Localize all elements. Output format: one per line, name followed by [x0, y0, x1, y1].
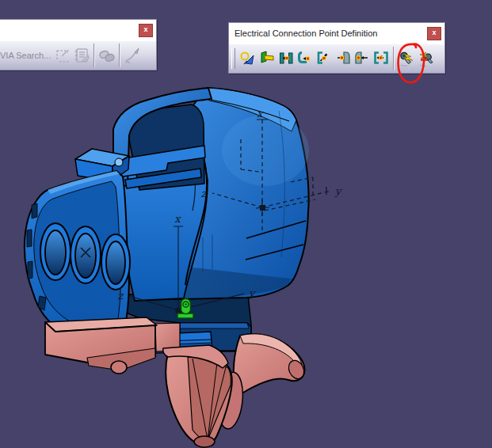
double-bracket-connection-point-icon[interactable] [372, 48, 391, 69]
connection-point-icon[interactable] [238, 48, 257, 69]
clamp-connection-icon[interactable] [257, 48, 277, 69]
search-toolbar-titlebar[interactable]: x [0, 20, 156, 40]
pointer-arrow-icon[interactable] [123, 45, 142, 66]
connector-housing[interactable] [25, 88, 309, 354]
search-toolbar-window: x VIA Search... [0, 19, 157, 70]
search-input[interactable]: VIA Search... [0, 51, 53, 60]
remove-connection-point-icon[interactable] [416, 48, 435, 69]
separator [119, 44, 120, 67]
link-chain-icon[interactable] [97, 45, 116, 66]
ecp-toolbar-window: Electrical Connection Point Definition x [228, 22, 445, 74]
hook-connection-point-icon[interactable] [296, 48, 315, 69]
lower-axis-z-label: z [118, 290, 124, 302]
upper-axis-z-label: z [201, 188, 208, 199]
ecp-toolbar-close-button[interactable]: x [427, 27, 441, 40]
ecp-toolbar-title: Electrical Connection Point Definition [235, 28, 377, 38]
screen: x y z x y z x VI [0, 0, 492, 448]
update-sketch-icon[interactable] [53, 45, 72, 66]
separator [393, 47, 395, 70]
search-toolbar-close-button[interactable]: x [139, 24, 153, 37]
ecp-toolbar-titlebar[interactable]: Electrical Connection Point Definition x [229, 23, 444, 44]
upper-axis-y-label: y [334, 185, 342, 197]
bracket-connection-point-icon[interactable] [315, 48, 334, 69]
pad-connection-point-icon[interactable] [334, 48, 353, 69]
catalog-book-icon[interactable] [72, 45, 91, 66]
bar-connection-point-icon[interactable] [277, 48, 296, 69]
search-toolbar-body: VIA Search... [0, 40, 156, 70]
ecp-toolbar-body [229, 44, 444, 73]
define-connection-point-icon[interactable] [397, 48, 416, 69]
separator [93, 44, 95, 67]
toolbar-grip[interactable] [231, 48, 235, 69]
terminal-face[interactable] [25, 171, 130, 341]
side-connection-point-icon[interactable] [353, 48, 372, 69]
